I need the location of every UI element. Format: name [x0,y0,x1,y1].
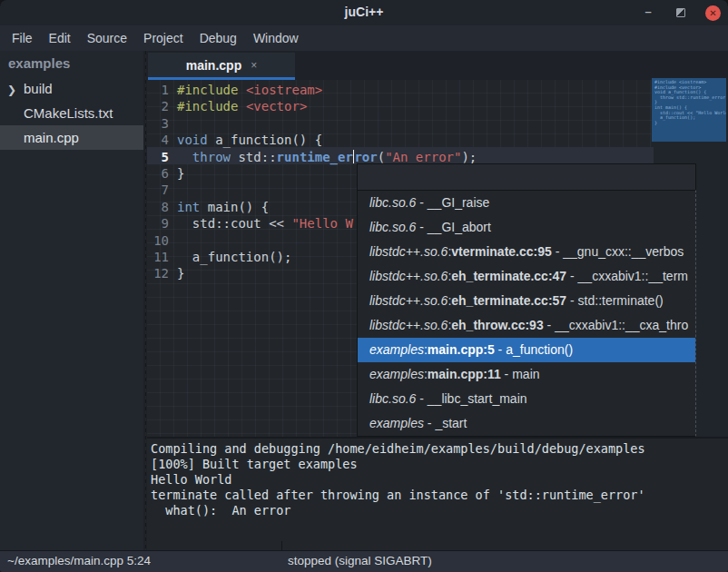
terminal-line: Hello World [151,472,728,488]
frame-file-line: main.cpp:11 [428,367,501,381]
chevron-right-icon[interactable]: ❯ [0,78,24,103]
code-line-1[interactable]: 1#include <iostream> [147,82,477,98]
token: runtime_er [277,150,353,164]
menu-item-project[interactable]: Project [135,27,192,49]
project-tree-items: ❯buildCMakeLists.txtmain.cpp [0,76,143,150]
project-tree-header: examples [0,51,143,76]
sidebar-item-label: build [24,81,53,96]
statusbar-debug-status: stopped (signal SIGABRT) [288,554,432,567]
token [238,83,245,97]
menu-item-file[interactable]: File [4,27,41,49]
token: <vector> [246,99,307,113]
line-number: 6 [147,165,169,182]
menubar: FileEditSourceProjectDebugWindow [0,25,728,51]
token: ); [461,150,477,164]
code-text: } [177,266,184,281]
menu-item-source[interactable]: Source [79,27,135,49]
restore-icon[interactable] [673,5,689,21]
stack-frame-row[interactable]: libc.so.6 - __GI_raise [358,191,695,215]
paned-handle[interactable] [281,541,282,550]
frame-library: libc.so.6 [369,391,416,406]
frame-function: std::terminate() [578,293,664,308]
frame-library: libc.so.6 [369,220,416,234]
token: "An error" [385,150,461,164]
frame-separator: - [495,342,506,357]
token: throw [192,150,231,164]
token: } [177,166,184,181]
stack-trace-search-input[interactable] [357,163,696,190]
token: #include [177,99,238,113]
minimize-icon[interactable]: – [640,3,656,23]
frame-function: main [512,367,539,381]
frame-separator: - [416,195,427,210]
token: ror [354,150,377,164]
line-number: 12 [147,265,169,281]
stack-frame-row[interactable]: libstdc++.so.6:eh_terminate.cc:57 - std:… [358,289,695,313]
stack-frame-row[interactable]: libc.so.6 - __libc_start_main [358,387,695,411]
token [238,99,245,113]
token: a_function(); [177,250,291,264]
line-number: 4 [147,132,169,148]
restore-shape [676,8,685,17]
stack-frame-row[interactable]: examples:main.cpp:5 - a_function() [358,338,695,362]
frame-function: __cxxabiv1::__cxa_thro [555,318,688,332]
token: "Hello W [291,216,352,231]
frame-library: libstdc++.so.6 [369,244,448,259]
stack-frame-row[interactable]: examples - _start [358,411,695,436]
frame-function: __gnu_cxx::__verbos [563,244,684,259]
frame-library: libstdc++.so.6 [369,293,448,308]
frame-function: __GI_abort [428,220,491,234]
frame-file-line: main.cpp:5 [428,342,495,357]
menu-item-window[interactable]: Window [245,27,307,49]
terminal-output[interactable]: Compiling and debugging /home/eidheim/ex… [147,439,728,550]
titlebar: juCi++ – ✕ [0,0,728,25]
close-icon[interactable]: ✕ [705,5,721,21]
frame-separator: - [416,220,427,234]
line-number: 2 [147,98,169,114]
juci-window: juCi++ – ✕ FileEditSourceProjectDebugWin… [0,0,728,572]
statusbar: ~/examples/main.cpp 5:24 stopped (signal… [0,550,728,572]
stack-frame-row[interactable]: libstdc++.so.6:eh_terminate.cc:47 - __cx… [358,264,695,289]
terminal-line: Compiling and debugging /home/eidheim/ex… [151,441,728,457]
frame-separator: - [424,416,435,430]
code-line-4[interactable]: 4void a_function() { [147,132,477,148]
token: std:: [231,150,277,164]
window-title: juCi++ [0,5,728,19]
frame-separator: - [416,391,427,406]
tab-main-cpp[interactable]: main.cpp × [148,53,295,77]
token: #include [177,83,238,97]
code-text: #include <iostream> [177,83,322,97]
code-text: int main() { [177,200,269,214]
terminal-line: [100%] Built target examples [151,457,728,472]
menu-item-debug[interactable]: Debug [192,27,245,49]
sidebar-item-cmakelists-txt[interactable]: CMakeLists.txt [0,101,143,125]
tab-close-icon[interactable]: × [251,59,257,72]
token: a_function() { [208,133,322,147]
sidebar-item-build[interactable]: ❯build [0,76,143,101]
frame-separator: - [501,367,512,381]
code-line-3[interactable]: 3 [147,115,477,132]
sidebar-item-label: CMakeLists.txt [0,105,113,121]
code-line-2[interactable]: 2#include <vector> [147,98,477,114]
preview-line: throw std::runtime_error("An error"); [654,95,726,101]
token: std::cout << [177,216,291,231]
token: } [177,266,184,281]
token: <iostream> [246,83,322,97]
stack-frame-row[interactable]: libstdc++.so.6:vterminate.cc:95 - __gnu_… [358,240,695,264]
frame-library: examples [369,416,424,430]
code-text: void a_function() { [177,133,322,147]
frame-function: __cxxabiv1::__term [578,269,688,283]
stack-frame-row[interactable]: examples:main.cpp:11 - main [358,362,695,387]
frame-separator: - [552,244,563,259]
stack-trace-popup: libc.so.6 - __GI_raiselibc.so.6 - __GI_a… [357,163,696,437]
stack-frame-row[interactable]: libstdc++.so.6:eh_throw.cc:93 - __cxxabi… [358,313,695,338]
frame-file-line: vterminate.cc:95 [451,244,552,259]
stack-frame-row[interactable]: libc.so.6 - __GI_abort [358,215,695,240]
tabbar: main.cpp × [147,51,728,80]
line-number: 3 [147,115,169,132]
token: main() { [200,200,269,214]
menu-item-edit[interactable]: Edit [41,27,79,49]
code-text: #include <vector> [177,99,307,113]
frame-separator: - [566,293,577,308]
sidebar-item-main-cpp[interactable]: main.cpp [0,125,143,150]
